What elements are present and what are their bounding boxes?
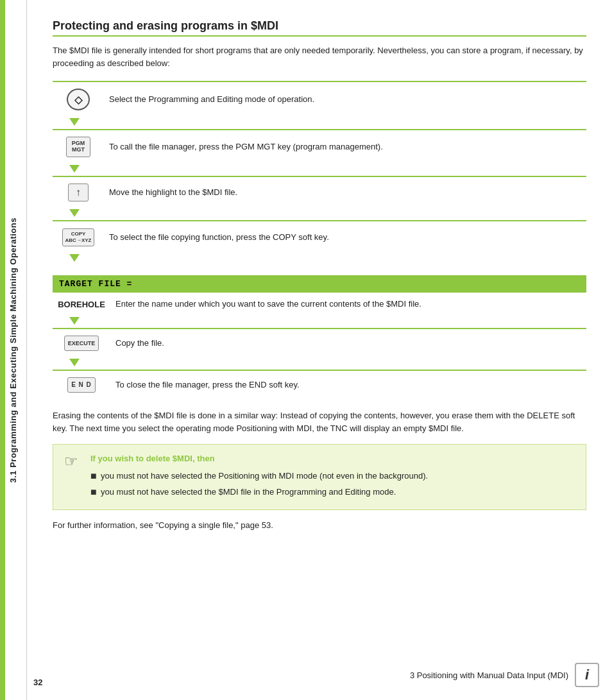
note-bullet-2: ■ [90,486,97,498]
arrow-5 [53,316,586,329]
target-file-bar: TARGET FILE = [53,275,586,293]
footer-right: 3 Positioning with Manual Data Input (MD… [410,663,599,687]
arrow-down-icon-2 [69,165,80,173]
step-4-icon-cell: COPYABC→XYZ [53,221,104,253]
note-item-2: ■ you must not have selected the $MDI fi… [90,486,428,499]
target-file-label: TARGET FILE = [59,279,132,289]
note-item-1-text: you must not have selected the Positioni… [101,470,428,483]
arrow-6 [53,357,586,370]
footer-right-text: 3 Positioning with Manual Data Input (MD… [410,670,568,680]
step-row-end: E N D To close the file manager, press t… [53,370,586,399]
step-row-1: ◇ Select the Programming and Editing mod… [53,81,586,117]
step-2-icon-cell: PGMMGT [53,130,104,164]
note-item-2-text: you must not have selected the $MDI file… [101,486,396,499]
arrow-down-icon-6 [69,359,80,366]
programming-mode-icon: ◇ [67,89,90,110]
borehole-table: BOREHOLE Enter the name under which you … [53,293,586,399]
sidebar-label: 3.1 Programming and Executing Simple Mac… [8,218,18,483]
step-row-copy: EXECUTE Copy the file. [53,329,586,357]
arrow-1 [53,117,586,130]
step-end-text: To close the file manager, press the END… [110,370,586,399]
note-content: If you wish to delete $MDI, then ■ you m… [90,452,428,501]
copy-icon: COPYABC→XYZ [62,228,95,246]
sidebar-accent [0,0,5,700]
step-row-4: COPYABC→XYZ To select the file copying f… [53,221,586,253]
note-item-1: ■ you must not have selected the Positio… [90,470,428,483]
step-row-2: PGMMGT To call the file manager, press t… [53,130,586,164]
footer-page-number: 32 [33,678,42,687]
arrow-4 [53,253,586,265]
arrow-2 [53,164,586,176]
further-info: For further information, see "Copying a … [53,520,586,530]
up-arrow-icon: ↑ [68,184,89,201]
intro-text: The $MDI file is generally intended for … [53,44,586,69]
arrow-down-icon-5 [69,317,80,325]
step-1-text: Select the Programming and Editing mode … [104,81,586,117]
step-4-text: To select the file copying function, pre… [104,221,586,253]
step-2-text: To call the file manager, press the PGM … [104,130,586,164]
step-3-text: Move the highlight to the $MDI file. [104,176,586,208]
step-copy-icon-cell: EXECUTE [53,329,110,357]
arrow-down-icon-4 [69,254,80,262]
step-3-icon-cell: ↑ [53,176,104,208]
borehole-label-cell: BOREHOLE [53,293,110,316]
footer-info-icon: i [575,663,599,687]
execute-icon: EXECUTE [64,336,99,351]
note-title: If you wish to delete $MDI, then [90,452,428,466]
end-icon: E N D [67,377,96,393]
step-end-icon-cell: E N D [53,370,110,399]
note-box: ☞ If you wish to delete $MDI, then ■ you… [53,444,586,509]
arrow-down-icon-3 [69,209,80,217]
pgm-mgt-icon: PGMMGT [66,137,90,157]
footer: 32 3 Positioning with Manual Data Input … [33,663,599,687]
sidebar: 3.1 Programming and Executing Simple Mac… [0,0,27,700]
main-content: Protecting and erasing programs in $MDI … [33,0,612,568]
footer-icon-label: i [585,667,589,683]
note-bullet-1: ■ [90,470,97,482]
borehole-text-cell: Enter the name under which you want to s… [110,293,586,316]
page-title: Protecting and erasing programs in $MDI [53,19,586,37]
borehole-row: BOREHOLE Enter the name under which you … [53,293,586,316]
arrow-down-icon-1 [69,118,80,126]
arrow-3 [53,208,586,221]
erasing-text: Erasing the contents of the $MDI file is… [53,409,586,435]
step-1-icon-cell: ◇ [53,81,104,117]
note-hand-icon: ☞ [60,452,83,501]
step-row-3: ↑ Move the highlight to the $MDI file. [53,176,586,208]
step-copy-text: Copy the file. [110,329,586,357]
steps-table: ◇ Select the Programming and Editing mod… [53,81,586,265]
